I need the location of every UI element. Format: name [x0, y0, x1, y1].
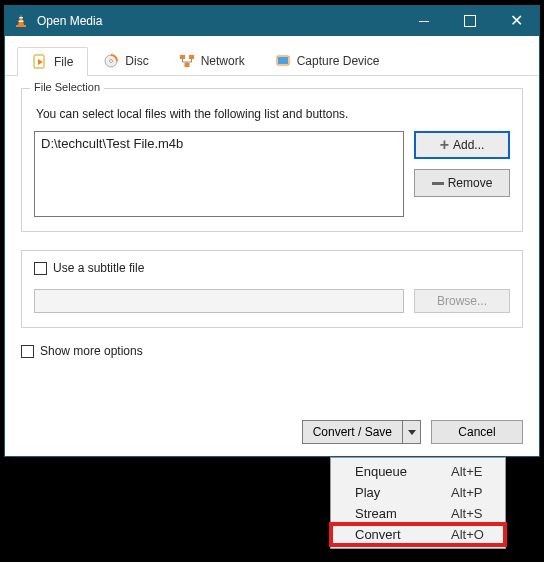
open-media-window: Open Media ✕ File Disc Network	[4, 5, 540, 457]
window-controls: ✕	[401, 6, 539, 36]
menu-item-stream[interactable]: Stream Alt+S	[331, 503, 505, 524]
menu-item-label: Play	[355, 485, 427, 500]
close-button[interactable]: ✕	[493, 6, 539, 36]
menu-item-shortcut: Alt+E	[451, 464, 482, 479]
menu-item-shortcut: Alt+O	[451, 527, 484, 542]
menu-item-label: Convert	[355, 527, 427, 542]
tab-network-label: Network	[201, 54, 245, 68]
file-list[interactable]: D:\techcult\Test File.m4b	[34, 131, 404, 217]
subtitle-group: Use a subtitle file Browse...	[21, 250, 523, 328]
file-selection-legend: File Selection	[30, 81, 104, 93]
menu-item-label: Stream	[355, 506, 427, 521]
tab-bar: File Disc Network Capture Device	[5, 36, 539, 76]
menu-item-shortcut: Alt+S	[451, 506, 482, 521]
tab-file[interactable]: File	[17, 47, 88, 76]
remove-button[interactable]: Remove	[414, 169, 510, 197]
subtitle-path-input	[34, 289, 404, 313]
tab-network[interactable]: Network	[164, 46, 260, 75]
svg-rect-12	[278, 57, 288, 64]
menu-item-enqueue[interactable]: Enqueue Alt+E	[331, 461, 505, 482]
file-selection-help: You can select local files with the foll…	[36, 107, 508, 121]
minimize-button[interactable]	[401, 6, 447, 36]
more-options-checkbox-row[interactable]: Show more options	[21, 344, 143, 358]
svg-point-7	[110, 60, 113, 63]
tab-file-label: File	[54, 55, 73, 69]
vlc-cone-icon	[13, 13, 29, 29]
svg-rect-3	[19, 21, 24, 22]
menu-item-label: Enqueue	[355, 464, 427, 479]
browse-button: Browse...	[414, 289, 510, 313]
browse-button-label: Browse...	[437, 294, 487, 308]
svg-rect-1	[16, 25, 26, 27]
add-button-label: Add...	[453, 138, 484, 152]
file-selection-group: File Selection You can select local file…	[21, 88, 523, 232]
subtitle-checkbox[interactable]	[34, 262, 47, 275]
tab-disc[interactable]: Disc	[88, 46, 163, 75]
menu-item-shortcut: Alt+P	[451, 485, 482, 500]
action-row: Convert / Save Cancel	[302, 420, 523, 444]
tab-capture[interactable]: Capture Device	[260, 46, 395, 75]
convert-save-main[interactable]: Convert / Save	[303, 421, 402, 443]
more-options-row: Show more options	[5, 340, 539, 358]
window-title: Open Media	[37, 14, 401, 28]
tab-capture-label: Capture Device	[297, 54, 380, 68]
convert-save-menu: Enqueue Alt+E Play Alt+P Stream Alt+S Co…	[330, 457, 506, 549]
menu-item-play[interactable]: Play Alt+P	[331, 482, 505, 503]
convert-save-label: Convert / Save	[313, 425, 392, 439]
capture-device-icon	[275, 53, 291, 69]
subtitle-checkbox-row[interactable]: Use a subtitle file	[34, 261, 510, 275]
maximize-button[interactable]	[447, 6, 493, 36]
plus-icon: +	[440, 137, 449, 153]
convert-save-button[interactable]: Convert / Save	[302, 420, 421, 444]
svg-rect-8	[180, 55, 185, 59]
more-options-checkbox[interactable]	[21, 345, 34, 358]
menu-item-convert[interactable]: Convert Alt+O	[331, 524, 505, 545]
file-play-icon	[32, 54, 48, 70]
cancel-button[interactable]: Cancel	[431, 420, 523, 444]
network-icon	[179, 53, 195, 69]
tab-content: File Selection You can select local file…	[5, 76, 539, 340]
subtitle-checkbox-label: Use a subtitle file	[53, 261, 144, 275]
svg-rect-2	[19, 17, 23, 18]
convert-save-dropdown-arrow[interactable]	[402, 421, 420, 443]
svg-marker-0	[18, 14, 24, 25]
disc-icon	[103, 53, 119, 69]
more-options-label: Show more options	[40, 344, 143, 358]
titlebar: Open Media ✕	[5, 6, 539, 36]
minus-icon	[432, 182, 444, 185]
svg-rect-9	[189, 55, 194, 59]
add-button[interactable]: + Add...	[414, 131, 510, 159]
remove-button-label: Remove	[448, 176, 493, 190]
tab-disc-label: Disc	[125, 54, 148, 68]
cancel-button-label: Cancel	[458, 425, 495, 439]
file-list-item[interactable]: D:\techcult\Test File.m4b	[41, 136, 397, 151]
svg-rect-10	[184, 63, 189, 67]
